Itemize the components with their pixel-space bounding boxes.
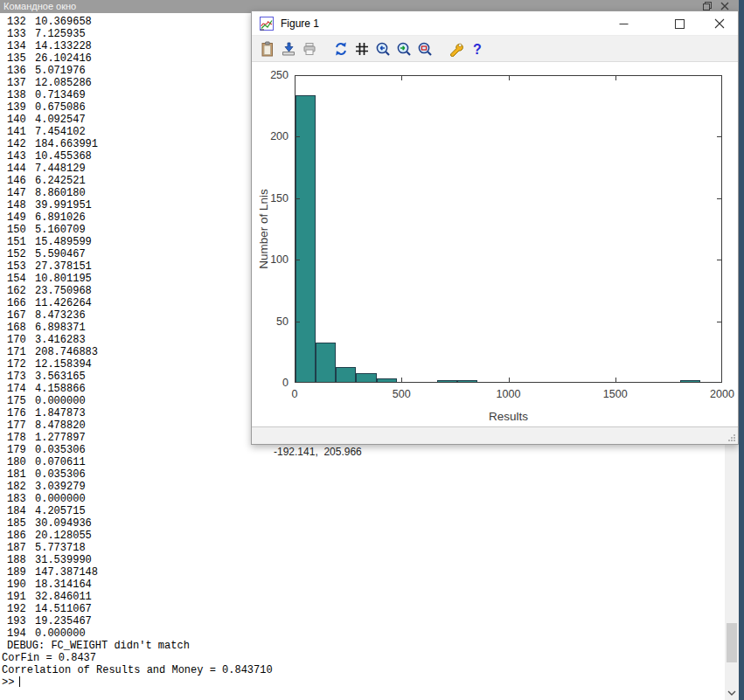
console-row: 1940.000000 — [0, 627, 725, 640]
zoom-box-icon[interactable] — [416, 40, 434, 58]
debug-line: DEBUG: FC_WEIGHT didn't match — [0, 640, 725, 652]
desktop: Командное окно 13210.3696581337.12593513… — [0, 0, 744, 700]
text-caret — [19, 676, 20, 687]
y-tick-label: 200 — [270, 130, 289, 142]
y-tick-label: 100 — [270, 253, 289, 266]
figure-title: Figure 1 — [281, 17, 319, 30]
histogram-bar — [296, 95, 316, 382]
scrollbar-down-button[interactable] — [725, 685, 739, 700]
console-row: 1810.035306 — [0, 468, 725, 481]
console-row: 1875.773718 — [0, 542, 725, 554]
zoom-out-icon[interactable] — [374, 40, 392, 58]
console-row: 1830.000000 — [0, 493, 725, 505]
console-row: 19018.314164 — [0, 579, 725, 591]
console-row: 1800.070611 — [0, 456, 725, 468]
figure-titlebar[interactable]: Figure 1 — [252, 11, 738, 36]
redraw-icon[interactable] — [332, 40, 350, 58]
prompt-chars: >> — [2, 676, 14, 689]
console-row: 1823.039279 — [0, 481, 725, 493]
help-icon[interactable]: ? — [469, 40, 486, 58]
cursor-coordinates: -192.141, 205.966 — [274, 446, 362, 458]
minimize-button[interactable] — [605, 11, 642, 36]
console-row: 1844.205715 — [0, 505, 725, 517]
chevron-down-icon — [727, 690, 736, 696]
close-button[interactable] — [701, 11, 738, 36]
figure-statusbar: -192.141, 205.966 — [252, 426, 738, 444]
x-axis-label: Results — [489, 410, 528, 423]
histogram-bar — [457, 380, 477, 382]
console-row: 18620.128055 — [0, 530, 725, 542]
maximize-button[interactable] — [661, 11, 698, 36]
histogram-bar — [336, 367, 356, 382]
resize-grip[interactable] — [727, 433, 736, 442]
y-tick-label: 250 — [270, 69, 289, 81]
window-right-border — [739, 0, 744, 700]
x-tick-label: 1500 — [603, 388, 628, 400]
console-row: 18530.094936 — [0, 517, 725, 530]
histogram-bar — [316, 343, 336, 382]
console-row: 19319.235467 — [0, 615, 725, 627]
console-row: 189147.387148 — [0, 566, 725, 579]
clipboard-icon[interactable] — [259, 40, 276, 58]
y-tick-label: 0 — [282, 377, 289, 389]
plot-area[interactable] — [295, 75, 722, 383]
histogram-bar — [377, 378, 397, 382]
figure-window: Figure 1 — [251, 10, 739, 445]
histogram-bar — [680, 380, 700, 382]
histogram-bar — [437, 380, 457, 382]
zoom-in-icon[interactable] — [395, 40, 413, 58]
print-icon[interactable] — [301, 40, 318, 58]
correlation-line: Correlation of Results and Money = 0.843… — [0, 664, 725, 676]
grid-icon[interactable] — [353, 40, 371, 58]
figure-toolbar: ? — [252, 36, 738, 62]
console-row: 19214.511067 — [0, 603, 725, 615]
y-tick-label: 150 — [270, 192, 289, 204]
edit-tools-icon[interactable] — [448, 40, 465, 58]
x-tick-label: 500 — [393, 388, 411, 400]
svg-text:?: ? — [473, 41, 482, 56]
x-tick-label: 2000 — [710, 388, 734, 400]
scrollbar-thumb[interactable] — [727, 623, 737, 662]
y-axis-label: Number of Lnis — [257, 189, 270, 269]
y-tick-label: 50 — [276, 315, 289, 328]
corfin-line: CorFin = 0.8437 — [0, 652, 725, 664]
histogram-bar — [356, 373, 376, 382]
command-window-title: Командное окно — [3, 1, 76, 11]
console-row: 1790.035306 — [0, 444, 725, 456]
prompt-line[interactable]: >> — [0, 676, 725, 689]
export-icon[interactable] — [280, 40, 297, 58]
figure-app-icon — [260, 17, 274, 31]
console-row: 19132.846011 — [0, 591, 725, 603]
console-row: 18831.539990 — [0, 554, 725, 566]
x-tick-label: 1000 — [497, 388, 521, 400]
x-tick-label: 0 — [292, 388, 298, 400]
figure-canvas[interactable]: Number of Lnis Results 05001000150020000… — [252, 62, 738, 426]
